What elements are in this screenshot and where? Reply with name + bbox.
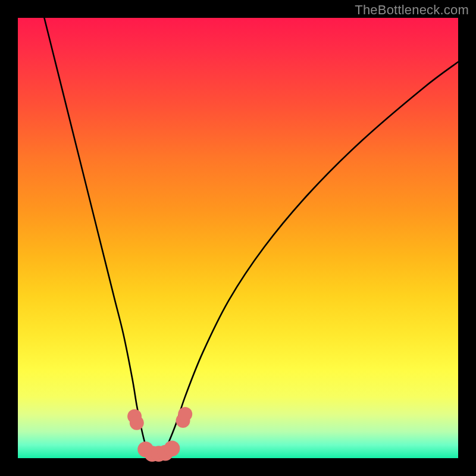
bottleneck-curve bbox=[44, 18, 458, 459]
curve-svg bbox=[18, 18, 458, 458]
watermark-text: TheBottleneck.com bbox=[355, 2, 469, 18]
curve-marker bbox=[164, 440, 180, 456]
chart-frame: TheBottleneck.com bbox=[0, 0, 476, 476]
curve-marker bbox=[178, 407, 192, 421]
curve-markers bbox=[127, 407, 192, 462]
plot-area bbox=[18, 18, 458, 458]
curve-marker bbox=[130, 416, 144, 430]
